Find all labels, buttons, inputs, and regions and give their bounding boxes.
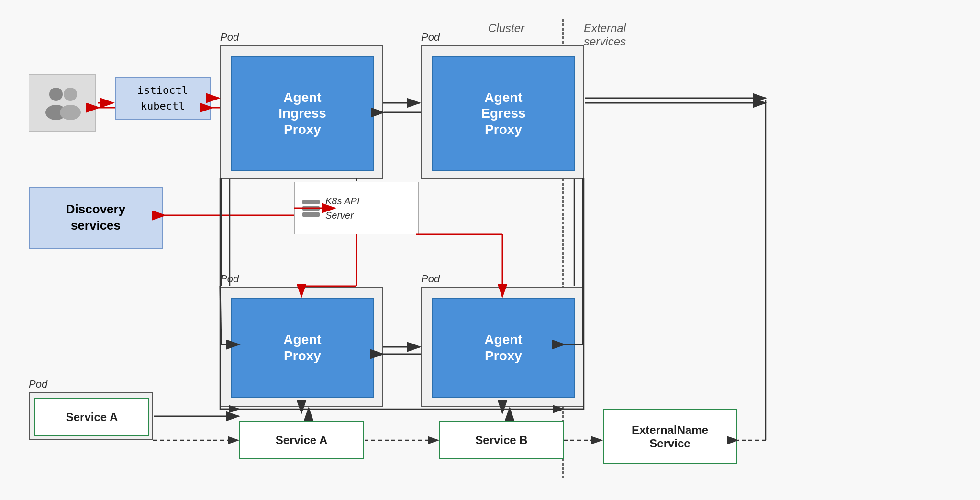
pod-service-a-outer-wrapper: Pod Service A	[29, 392, 153, 440]
k8s-api-box: K8s APIServer	[294, 182, 419, 234]
external-services-label: Externalservices	[584, 22, 626, 48]
svg-point-3	[60, 105, 81, 120]
service-a-inner-label: Service A	[276, 433, 328, 447]
external-name-service-box: ExternalNameService	[603, 409, 737, 464]
agent-proxy-left-label: AgentProxy	[283, 332, 321, 364]
service-b-box: Service B	[439, 421, 564, 459]
pod-proxy-left-wrapper: Pod AgentProxy	[220, 287, 383, 407]
agent-proxy-left-box: AgentProxy	[231, 298, 374, 398]
pod-label-ingress: Pod	[220, 31, 239, 44]
pod-egress-box: AgentEgressProxy	[421, 45, 584, 179]
pod-proxy-right-box: AgentProxy	[421, 287, 584, 407]
agent-egress-proxy-box: AgentEgressProxy	[432, 56, 575, 171]
pod-label-service-a-outer: Pod	[29, 378, 47, 390]
pod-ingress-wrapper: Pod AgentIngressProxy	[220, 45, 383, 179]
service-b-label: Service B	[475, 433, 527, 447]
istioctl-label: istioctlkubectl	[137, 84, 188, 112]
agent-egress-proxy-label: AgentEgressProxy	[481, 89, 525, 138]
agent-proxy-right-label: AgentProxy	[484, 332, 522, 364]
pod-proxy-left-box: AgentProxy	[220, 287, 383, 407]
cluster-label: Cluster	[488, 22, 524, 35]
pod-label-proxy-left: Pod	[220, 273, 239, 285]
svg-point-0	[49, 88, 63, 101]
service-a-outer-box: Service A	[34, 398, 149, 436]
k8s-api-label: K8s APIServer	[325, 194, 360, 222]
agent-ingress-proxy-box: AgentIngressProxy	[231, 56, 374, 171]
external-name-service-label: ExternalNameService	[632, 423, 708, 450]
istioctl-box: istioctlkubectl	[115, 77, 211, 120]
service-a-outer-label: Service A	[66, 411, 118, 424]
pod-ingress-box: AgentIngressProxy	[220, 45, 383, 179]
pod-proxy-right-wrapper: Pod AgentProxy	[421, 287, 584, 407]
diagram: Cluster Externalservices istioctlkubectl…	[0, 0, 980, 500]
service-a-inner-box: Service A	[239, 421, 364, 459]
agent-ingress-proxy-label: AgentIngressProxy	[278, 89, 326, 138]
discovery-services-label: Discoveryservices	[66, 201, 125, 234]
user-icon	[29, 74, 96, 132]
pod-service-a-outer-box: Service A	[29, 392, 153, 440]
svg-point-2	[64, 88, 77, 101]
pod-egress-wrapper: Pod AgentEgressProxy	[421, 45, 584, 179]
pod-label-egress: Pod	[421, 31, 440, 44]
discovery-services-box: Discoveryservices	[29, 187, 163, 249]
k8s-icon	[302, 200, 320, 217]
agent-proxy-right-box: AgentProxy	[432, 298, 575, 398]
pod-label-proxy-right: Pod	[421, 273, 440, 285]
